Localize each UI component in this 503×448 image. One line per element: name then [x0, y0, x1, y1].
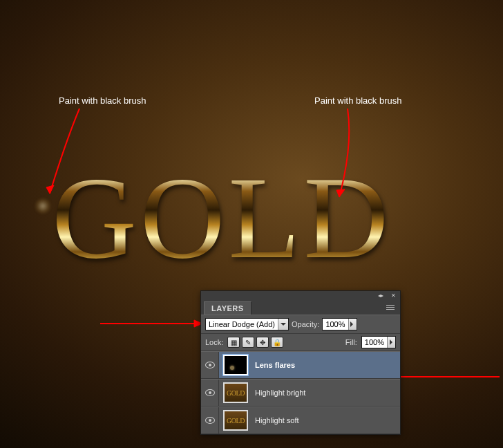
lock-label: Lock:: [205, 338, 223, 346]
lock-position-icon[interactable]: ✥: [256, 337, 269, 348]
panel-menu-icon[interactable]: [386, 303, 397, 311]
chevron-down-icon[interactable]: [278, 319, 288, 330]
blend-mode-dropdown[interactable]: Linear Dodge (Add): [205, 318, 289, 330]
panel-tabbar: LAYERS: [201, 299, 400, 315]
layer-name-label: Lens flares: [252, 361, 400, 369]
tab-layers[interactable]: LAYERS: [204, 301, 252, 315]
visibility-toggle[interactable]: [201, 407, 219, 433]
eye-icon: [205, 362, 215, 368]
layer-item-lens-flares[interactable]: Lens flares: [201, 351, 400, 379]
lock-transparency-icon[interactable]: ▦: [227, 337, 240, 348]
fill-input[interactable]: 100%: [361, 336, 396, 348]
svg-marker-0: [46, 185, 54, 194]
arrow-to-blendmode: [100, 319, 204, 328]
fill-flyout-icon[interactable]: [387, 337, 395, 348]
lock-icon-group: ▦ ✎ ✥ 🔒: [227, 337, 283, 348]
layer-item-highlight-soft[interactable]: GOLD Highlight soft: [201, 407, 400, 434]
layer-thumbnail[interactable]: GOLD: [223, 382, 248, 403]
panel-close-icon[interactable]: ✕: [388, 292, 398, 299]
layer-name-label: Highlight soft: [252, 416, 400, 424]
layer-thumbnail[interactable]: [223, 355, 248, 375]
fill-label: Fill:: [345, 338, 357, 346]
layer-thumbnail[interactable]: GOLD: [223, 410, 248, 431]
visibility-toggle[interactable]: [201, 352, 219, 378]
opacity-value: 100%: [323, 320, 348, 328]
lock-pixels-icon[interactable]: ✎: [242, 337, 254, 348]
annotation-right: Paint with black brush: [314, 95, 401, 106]
eye-icon: [205, 417, 215, 424]
lock-all-icon[interactable]: 🔒: [271, 337, 283, 348]
fill-value: 100%: [362, 338, 387, 346]
arrow-left: [41, 107, 90, 204]
annotation-left: Paint with black brush: [59, 95, 146, 106]
visibility-toggle[interactable]: [201, 380, 219, 406]
eye-icon: [205, 389, 215, 396]
layer-item-highlight-bright[interactable]: GOLD Highlight bright: [201, 379, 400, 407]
blend-mode-value: Linear Dodge (Add): [206, 320, 278, 328]
layers-panel: ◂▸ ✕ LAYERS Linear Dodge (Add) Opacity: …: [200, 290, 401, 435]
panel-collapse-icon[interactable]: ◂▸: [376, 292, 386, 299]
lock-fill-row: Lock: ▦ ✎ ✥ 🔒 Fill: 100%: [201, 334, 400, 351]
layer-list: Lens flares GOLD Highlight bright GOLD H…: [201, 351, 400, 434]
opacity-label: Opacity:: [292, 320, 319, 328]
svg-marker-1: [336, 189, 345, 197]
arrow-right: [328, 107, 370, 207]
panel-topbar: ◂▸ ✕: [201, 291, 400, 299]
blend-opacity-row: Linear Dodge (Add) Opacity: 100%: [201, 315, 400, 334]
opacity-input[interactable]: 100%: [322, 318, 357, 330]
layer-name-label: Highlight bright: [252, 389, 400, 397]
opacity-flyout-icon[interactable]: [348, 319, 357, 330]
